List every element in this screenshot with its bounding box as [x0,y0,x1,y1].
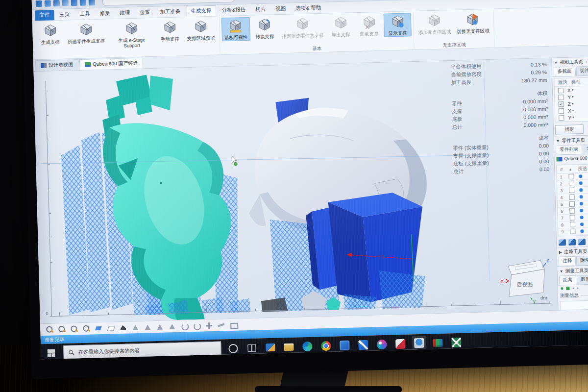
screenshot-icon[interactable] [229,320,238,329]
winrar-icon[interactable] [431,336,445,351]
menu-tab-11[interactable]: 选项& 帮助 [291,3,325,14]
part-visible-icon[interactable] [579,188,583,192]
assign-button[interactable]: 指定 [555,124,584,135]
ribbon-button[interactable]: 显示支撑 [384,13,412,37]
menu-tab-4[interactable]: 纹理 [115,8,135,19]
section-active-checkbox[interactable] [559,108,564,114]
view-left-icon[interactable] [155,322,164,331]
part-selected-checkbox[interactable] [569,195,575,200]
part-visible-icon[interactable] [580,229,584,233]
part-visible-icon[interactable] [580,195,583,198]
sidebar-tab[interactable]: 零件列表 [556,145,582,154]
zoom-out-icon[interactable] [82,324,91,333]
part-selected-checkbox[interactable] [570,229,575,234]
app-blue-icon[interactable] [338,338,352,353]
save-icon[interactable] [53,0,60,6]
zoom-in-icon[interactable] [70,324,78,333]
section-active-checkbox[interactable] [559,101,564,107]
part-selected-checkbox[interactable] [570,215,575,220]
view-right-icon[interactable] [168,322,176,331]
ribbon-button[interactable]: 转换支撑 [250,16,278,40]
menu-tab-3[interactable]: 修复 [95,8,115,19]
part-selected-checkbox[interactable] [569,208,575,214]
ribbon-button[interactable]: 手动支撑 [156,19,184,43]
square-mode-icon[interactable] [566,287,570,290]
ribbon-button[interactable]: 生成 e-Stage Support [108,20,156,49]
view-front-icon[interactable] [131,323,140,332]
ribbon-button[interactable]: 添加无支撑区域 [416,12,454,36]
menu-tab-5[interactable]: 位置 [135,7,155,18]
sidebar-tab[interactable]: 多截面 [554,66,576,76]
rotate-right-icon[interactable] [192,321,201,330]
part-visible-icon[interactable] [579,181,583,185]
tim-icon[interactable] [412,336,426,352]
ribbon-button[interactable]: 支撑区域预览 [184,18,218,43]
open-icon[interactable] [45,0,51,6]
menu-tab-10[interactable]: 视图 [271,4,291,15]
media-icon[interactable] [375,337,389,352]
ribbon-button[interactable]: 卸载支撑 [355,14,383,38]
capcut-icon[interactable] [393,337,408,352]
doc-tab-0[interactable]: 设计者视图 [35,59,79,71]
part-tool-icon[interactable] [559,239,566,245]
machine-icon[interactable] [89,0,95,5]
fit-view-icon[interactable] [94,324,103,333]
zoom-fit-icon[interactable] [45,325,54,334]
rotate-left-icon[interactable] [180,321,189,330]
ribbon-button[interactable]: 指定所选零件为支撑 [279,15,326,40]
part-selected-checkbox[interactable] [569,181,574,186]
taskbar-search[interactable]: 在这里输入你要搜索的内容 [63,342,221,360]
section-active-checkbox[interactable] [558,95,564,100]
bird-icon[interactable] [356,338,370,353]
point-mode-icon[interactable] [561,287,564,290]
collapse-arrow-icon[interactable]: ▶ [559,250,562,254]
part-tool-icon[interactable] [568,239,576,245]
view-back-icon[interactable] [143,322,152,331]
chevron-down-icon[interactable]: ▾ [572,109,574,113]
part-selected-checkbox[interactable] [570,222,575,227]
dot-icon[interactable] [573,288,574,289]
part-visible-icon[interactable] [580,209,583,212]
redo-icon[interactable] [71,0,77,6]
menu-tab-1[interactable]: 主页 [55,9,74,20]
sidebar-tab[interactable]: 附件 [576,256,588,266]
section-active-checkbox[interactable] [558,88,564,93]
measure-icon[interactable] [217,320,225,329]
sidebar-tab[interactable]: 圆形 [577,275,588,285]
dot-icon[interactable] [577,287,579,289]
edge-icon[interactable] [300,339,315,354]
part-visible-icon[interactable] [580,222,584,226]
zoom-window-icon[interactable] [57,325,66,334]
collapse-arrow-icon[interactable]: ▼ [554,60,558,65]
part-visible-icon[interactable] [579,174,583,178]
chrome-icon[interactable] [319,339,333,354]
doc-tab-1[interactable]: Qubea 600 国产铸造 [79,58,144,70]
ribbon-button[interactable]: 切换无支撑区域 [454,11,492,35]
chevron-down-icon[interactable]: ▾ [572,88,574,92]
chevron-down-icon[interactable]: ▾ [572,95,574,99]
ribbon-button[interactable]: 基板可视性 [221,17,250,41]
part-visible-icon[interactable] [580,216,584,219]
chevron-down-icon[interactable]: ▾ [572,116,574,120]
collapse-arrow-icon[interactable]: ▼ [556,139,560,143]
ribbon-button[interactable]: 所选零件生成支撑 [65,21,107,45]
ribbon-button[interactable]: 导出支撑 [327,14,355,38]
mail-icon[interactable] [263,340,277,355]
menu-tab-9[interactable]: 切片 [251,4,270,15]
menu-tab-8[interactable]: 分析&报告 [217,5,250,16]
part-visible-icon[interactable] [580,202,583,205]
undo-icon[interactable] [62,0,69,6]
ribbon-button[interactable]: 生成支撑 [36,22,64,46]
cortana-icon[interactable] [226,341,240,356]
menu-tab-7[interactable]: 生成支撑 [186,5,217,17]
viewport-3d[interactable]: 后视图 Z X Y dm 0 [34,58,558,323]
section-active-checkbox[interactable] [559,115,564,121]
sidebar-tab[interactable]: 注释 [559,256,576,266]
pan-icon[interactable] [204,321,213,330]
part-selected-checkbox[interactable] [569,201,575,207]
sidebar-tab[interactable]: 切片 [576,66,588,76]
collapse-arrow-icon[interactable]: ▼ [560,269,564,273]
plane-view-icon[interactable] [106,323,115,332]
excel-icon[interactable] [449,335,464,350]
menu-tab-6[interactable]: 加工准备 [155,6,185,18]
